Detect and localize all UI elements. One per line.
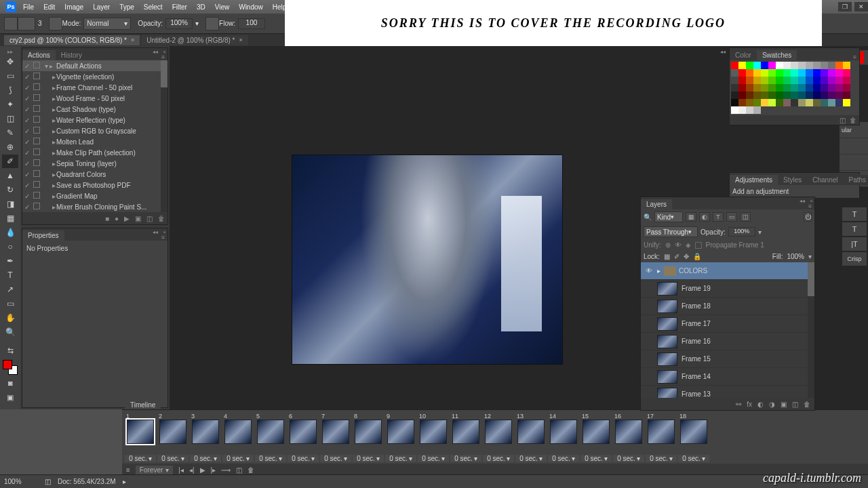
timeline-frame[interactable]: 12: [483, 413, 514, 455]
layer-item[interactable]: Frame 16: [641, 333, 814, 350]
menu-type[interactable]: Type: [119, 3, 134, 11]
history-brush-tool[interactable]: ↻: [2, 183, 18, 197]
swatch[interactable]: [776, 62, 783, 69]
scrollbar-thumb[interactable]: [161, 60, 167, 87]
swatch[interactable]: [761, 69, 768, 77]
swatch[interactable]: [776, 99, 783, 106]
quickmask-icon[interactable]: ◙: [2, 377, 18, 389]
swatch[interactable]: [738, 84, 746, 92]
swatch[interactable]: [753, 92, 761, 99]
swatch[interactable]: [806, 92, 813, 99]
timeline-frame[interactable]: 15: [580, 413, 612, 455]
close-icon[interactable]: ×: [810, 198, 813, 204]
swatch[interactable]: [843, 69, 850, 77]
swatch[interactable]: [746, 69, 753, 77]
swatch[interactable]: [783, 92, 791, 99]
timeline-frame[interactable]: 11: [450, 413, 481, 455]
swatch[interactable]: [731, 99, 738, 106]
fx-icon[interactable]: fx: [747, 401, 752, 408]
menu-3d[interactable]: 3D: [197, 3, 205, 11]
swatch[interactable]: [828, 84, 835, 92]
mask-icon[interactable]: ◐: [757, 401, 764, 408]
frame-delay[interactable]: 0 sec.▾: [483, 455, 514, 462]
trash-icon[interactable]: 🗑: [804, 401, 810, 408]
swatch[interactable]: [753, 99, 761, 106]
timeline-frame[interactable]: 5: [255, 413, 286, 455]
action-folder[interactable]: Default Actions: [56, 62, 167, 70]
layer-item[interactable]: Frame 17: [641, 315, 814, 333]
timeline-frame[interactable]: 4: [222, 413, 254, 455]
timeline-frame[interactable]: 2: [157, 413, 189, 455]
brush-tool[interactable]: ✐: [2, 155, 18, 168]
hand-tool[interactable]: ✋: [2, 311, 18, 325]
frame-delay[interactable]: 0 sec.▾: [385, 455, 416, 462]
filter-adjust-icon[interactable]: ◐: [699, 212, 710, 222]
swatch[interactable]: [768, 69, 776, 77]
timeline-frame[interactable]: 3: [190, 413, 221, 455]
frame-delay[interactable]: 0 sec.▾: [157, 455, 189, 462]
loop-select[interactable]: Forever▾: [136, 466, 173, 474]
swatch[interactable]: [731, 77, 738, 84]
swatch[interactable]: [806, 62, 813, 69]
eraser-tool[interactable]: ◨: [2, 197, 18, 211]
menu-file[interactable]: File: [23, 3, 34, 11]
swatch[interactable]: [813, 77, 821, 84]
search-icon[interactable]: 🔍: [644, 214, 652, 221]
swatch[interactable]: [776, 69, 783, 77]
swatch[interactable]: [746, 92, 753, 99]
menu-window[interactable]: Window: [239, 3, 263, 11]
new-layer-icon[interactable]: ◫: [792, 401, 798, 408]
window-restore-icon[interactable]: ❐: [838, 2, 852, 12]
timeline-frame[interactable]: 17: [646, 413, 677, 455]
new-action-icon[interactable]: ◫: [146, 215, 153, 222]
group-icon[interactable]: ▣: [781, 401, 787, 408]
collapse-icon[interactable]: ◂◂: [153, 49, 158, 55]
swatch[interactable]: [791, 84, 798, 92]
tab-properties[interactable]: Properties: [22, 230, 64, 241]
tool-preset-icon[interactable]: [4, 17, 18, 30]
swatch[interactable]: [791, 77, 798, 84]
swatch[interactable]: [813, 99, 821, 106]
swatch[interactable]: [768, 62, 776, 69]
collapse-icon[interactable]: ◂◂: [720, 49, 726, 55]
frame-delay[interactable]: 0 sec.▾: [646, 455, 677, 462]
tab-history[interactable]: History: [56, 50, 87, 60]
tab-styles[interactable]: Styles: [778, 175, 807, 185]
play-icon[interactable]: ▶: [124, 215, 130, 222]
action-item[interactable]: ✓▸Quadrant Colors: [22, 169, 167, 180]
menu-select[interactable]: Select: [144, 3, 163, 11]
wand-tool[interactable]: ✦: [2, 98, 18, 111]
swatch[interactable]: [806, 84, 813, 92]
swatch[interactable]: [798, 99, 806, 106]
swatch[interactable]: [843, 99, 850, 106]
blend-mode-select[interactable]: Pass Through ▾: [644, 226, 698, 237]
unify-style-icon[interactable]: ◈: [686, 241, 691, 249]
timeline-frame[interactable]: 6: [288, 413, 319, 455]
dodge-tool[interactable]: ○: [2, 240, 18, 253]
frame-delay[interactable]: 0 sec.▾: [320, 455, 351, 462]
new-set-icon[interactable]: ▣: [135, 215, 141, 222]
convert-icon[interactable]: ≡: [126, 466, 130, 474]
swatch[interactable]: [738, 62, 746, 69]
swatch[interactable]: [776, 77, 783, 84]
stamp-tool[interactable]: ▲: [2, 169, 18, 182]
swatch[interactable]: [731, 84, 738, 92]
type-tool-icon[interactable]: T: [842, 207, 867, 221]
swatch[interactable]: [738, 106, 746, 114]
lock-transparent-icon[interactable]: ▦: [664, 253, 670, 260]
prev-frame-icon[interactable]: ◂|: [189, 466, 195, 474]
swatch[interactable]: [813, 69, 821, 77]
collapse-icon[interactable]: ◂◂: [800, 198, 805, 204]
color-picker[interactable]: [3, 360, 18, 375]
layer-opacity-input[interactable]: 100%: [728, 227, 755, 237]
timeline-frame[interactable]: 9: [385, 413, 416, 455]
swatch[interactable]: [813, 62, 821, 69]
swatch[interactable]: [835, 92, 843, 99]
frame-delay[interactable]: 0 sec.▾: [580, 455, 612, 462]
swatch[interactable]: [761, 99, 768, 106]
tab-paths[interactable]: Paths: [844, 175, 868, 185]
stop-icon[interactable]: ■: [105, 215, 109, 222]
panel-menu-icon[interactable]: ≡: [850, 54, 859, 60]
tween-icon[interactable]: ⟿: [221, 466, 231, 474]
trash-icon[interactable]: 🗑: [248, 466, 254, 474]
